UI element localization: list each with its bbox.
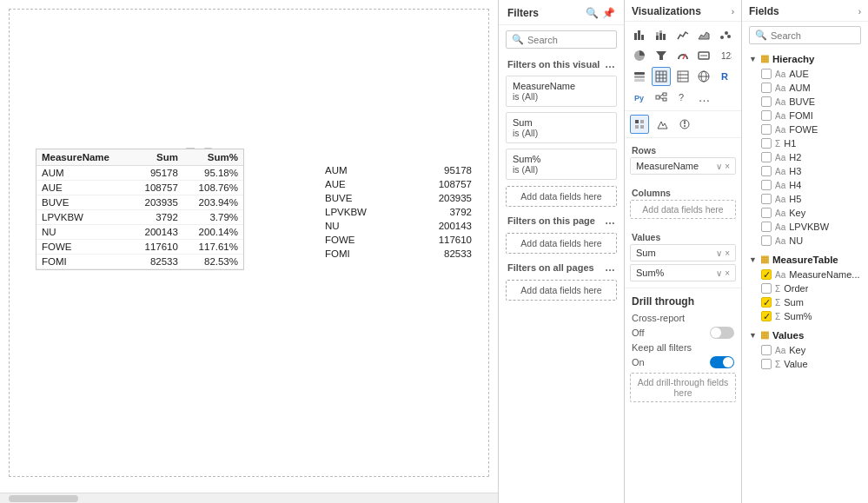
field-checkbox-buve[interactable] [761,96,772,107]
viz-format-tab[interactable] [653,115,672,134]
table-row[interactable]: BUVE 203935 203.94% [36,195,243,210]
filters-search-box[interactable]: 🔍 [506,30,617,49]
viz-matrix-icon[interactable] [673,67,692,86]
field-checkbox-values-key[interactable] [761,345,772,355]
field-item-h3[interactable]: Aa H3 [742,164,868,178]
field-group-measuretable-header[interactable]: ▼ ▦ MeasureTable [742,251,868,268]
viz-collapse-arrow[interactable]: › [732,7,734,17]
viz-r-icon[interactable]: R [716,67,735,86]
table-row[interactable]: LPVKBW 3792 3.79% [36,210,243,225]
viz-pie-icon[interactable] [630,46,649,65]
viz-rows-field[interactable]: MeasureName ∨ × [630,157,736,175]
field-checkbox-sum[interactable]: ✓ [761,297,772,308]
filters-search-input[interactable] [527,35,611,45]
field-item-values-key[interactable]: Aa Key [742,343,868,357]
viz-analytics-tab[interactable] [675,115,694,134]
viz-columns-add[interactable]: Add data fields here [630,200,736,219]
table2-row[interactable]: FOMI 82533 [318,247,479,261]
drill-on-toggle[interactable] [710,356,734,368]
viz-values-sum-close[interactable]: × [725,248,730,258]
viz-qa-icon[interactable]: ? [673,88,692,107]
field-item-fowe[interactable]: Aa FOWE [742,122,868,136]
field-item-nu[interactable]: Aa NU [742,234,868,248]
drill-cross-report-toggle[interactable] [710,327,734,339]
viz-values-sumpct-expand[interactable]: ∨ [716,268,722,278]
filter-card-sum[interactable]: Sum is (All) [506,112,617,143]
drill-add-field[interactable]: Add drill-through fields here [630,373,736,402]
table-row[interactable]: AUE 108757 108.76% [36,181,243,195]
filter-card-sumpct[interactable]: Sum% is (All) [506,149,617,180]
table-row[interactable]: FOWE 117610 117.61% [36,240,243,255]
field-item-sumpct[interactable]: ✓ Σ Sum% [742,309,868,323]
viz-table-icon[interactable] [652,67,671,86]
viz-bar-chart-icon[interactable] [630,25,649,44]
field-checkbox-order[interactable] [761,283,772,294]
viz-funnel-icon[interactable] [652,46,671,65]
viz-line-chart-icon[interactable] [673,25,692,44]
field-item-fomi[interactable]: Aa FOMI [742,109,868,122]
field-item-buve[interactable]: Aa BUVE [742,95,868,109]
viz-gauge-icon[interactable] [673,46,692,65]
field-checkbox-h5[interactable] [761,194,772,204]
filters-all-more[interactable]: … [605,261,615,274]
filter-search-icon[interactable]: 🔍 [586,7,599,19]
table-row[interactable]: NU 200143 200.14% [36,225,243,240]
viz-decomp-icon[interactable] [652,88,671,107]
field-checkbox-lpvkbw[interactable] [761,222,772,232]
filters-visual-more[interactable]: … [605,58,615,70]
viz-values-sumpct-close[interactable]: × [725,268,730,278]
field-checkbox-sumpct[interactable]: ✓ [761,311,772,321]
fields-collapse-arrow[interactable]: › [858,7,861,17]
field-checkbox-h3[interactable] [761,166,772,176]
viz-stacked-bar-icon[interactable] [652,25,671,44]
field-checkbox-key-h[interactable] [761,208,772,218]
table-row[interactable]: AUM 95178 95.18% [36,166,243,181]
table2-row[interactable]: LPVKBW 3792 [318,205,479,219]
filter-pin-icon[interactable]: 📌 [602,7,615,19]
field-item-sum[interactable]: ✓ Σ Sum [742,295,868,309]
field-item-h4[interactable]: Aa H4 [742,178,868,192]
field-group-hierachy-header[interactable]: ▼ ▦ Hierachy [742,50,868,67]
field-item-values-value[interactable]: Σ Value [742,357,868,371]
viz-values-sumpct[interactable]: Sum% ∨ × [630,264,736,281]
viz-values-sum[interactable]: Sum ∨ × [630,244,736,261]
field-item-h2[interactable]: Aa H2 [742,150,868,164]
field-item-key-h[interactable]: Aa Key [742,206,868,220]
table2-row[interactable]: AUE 108757 [318,177,479,191]
field-checkbox-h4[interactable] [761,180,772,190]
viz-slicer-icon[interactable] [630,67,649,86]
viz-rows-close[interactable]: × [725,162,730,171]
filters-page-add-btn[interactable]: Add data fields here [506,233,617,254]
filters-page-more[interactable]: … [605,215,615,227]
field-item-lpvkbw[interactable]: Aa LPVKBW [742,220,868,234]
viz-area-chart-icon[interactable] [694,25,713,44]
table2-row[interactable]: BUVE 203935 [318,191,479,205]
field-item-aum[interactable]: Aa AUM [742,81,868,95]
viz-scatter-icon[interactable] [716,25,735,44]
viz-rows-expand[interactable]: ∨ [716,162,722,171]
viz-map-icon[interactable] [694,67,713,86]
field-checkbox-measurename[interactable]: ✓ [761,269,772,280]
filters-visual-add-btn[interactable]: Add data fields here [506,186,617,207]
fields-search-box[interactable]: 🔍 [749,26,861,44]
viz-card-icon[interactable] [694,46,713,65]
drill-keep-filters-toggle[interactable] [710,356,734,368]
canvas-scrollbar[interactable] [0,493,498,503]
field-checkbox-h1[interactable] [761,138,772,149]
field-item-aue[interactable]: Aa AUE [742,67,868,81]
field-group-values-header[interactable]: ▼ ▦ Values [742,327,868,343]
table-row[interactable]: FOMI 82533 82.53% [36,255,243,269]
field-item-h5[interactable]: Aa H5 [742,192,868,206]
table2-row[interactable]: AUM 95178 [318,163,479,177]
table2-row[interactable]: FOWE 117610 [318,233,479,247]
field-checkbox-values-value[interactable] [761,359,772,369]
viz-more-icon[interactable]: … [694,88,713,107]
field-checkbox-nu[interactable] [761,235,772,246]
field-checkbox-fomi[interactable] [761,110,772,121]
field-item-measurename[interactable]: ✓ Aa MeasureName... [742,268,868,281]
field-checkbox-fowe[interactable] [761,124,772,135]
viz-kpi-icon[interactable]: 123 [716,46,735,65]
field-item-h1[interactable]: Σ H1 [742,136,868,150]
field-checkbox-aum[interactable] [761,83,772,93]
filters-all-add-btn[interactable]: Add data fields here [506,280,617,301]
